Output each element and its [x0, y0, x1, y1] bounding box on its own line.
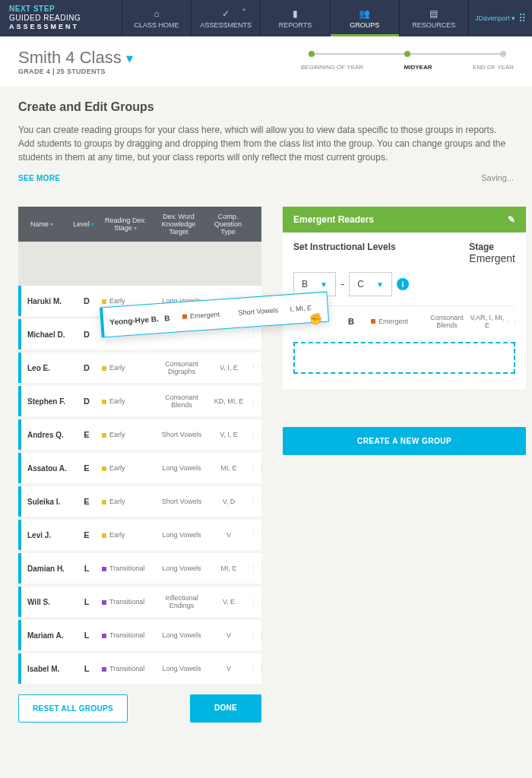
drag-handle-icon[interactable]: ⋮⋮ [505, 318, 515, 325]
see-more-link[interactable]: SEE MORE [18, 174, 60, 182]
grab-cursor-icon: ✊ [309, 312, 322, 325]
class-subtitle: GRADE 4 | 25 STUDENTS [18, 68, 133, 75]
nav-class-home[interactable]: ⌂CLASS HOME [122, 0, 191, 36]
create-group-button[interactable]: CREATE A NEW GROUP [283, 427, 526, 455]
user-menu[interactable]: JDavenport▾ ⠿ [468, 0, 532, 36]
saving-status: Saving... [481, 173, 514, 182]
info-icon[interactable]: i [397, 278, 409, 290]
stage-label: Stage [469, 242, 515, 252]
chevron-down-icon: ▼ [320, 280, 328, 289]
sil-label: Set Instructional Levels [293, 242, 396, 252]
drag-handle-icon[interactable]: ⋮⋮ [249, 330, 261, 340]
drag-handle-icon[interactable]: ⋮⋮ [249, 430, 261, 440]
sort-icon[interactable]: ▾ [134, 225, 137, 232]
student-table-header: Name▾ Level▾ Reading Dev. Stage▾ Dev. Wo… [18, 207, 261, 242]
nav-icon: 👥 [359, 8, 370, 19]
reset-groups-button[interactable]: RESET ALL GROUPS [18, 694, 128, 723]
chevron-down-icon: ▾ [126, 51, 133, 66]
student-row[interactable]: Leo E.DEarlyConsonant DigraphsV, I, E⋮⋮ [18, 353, 261, 383]
drag-handle-icon[interactable]: ⋮⋮ [249, 597, 261, 607]
nav-assessments[interactable]: ✓ASSESSMENTS▲ [191, 0, 260, 36]
apps-grid-icon[interactable]: ⠿ [518, 12, 526, 24]
drag-handle-icon[interactable]: ⋮⋮ [249, 363, 261, 373]
nav-icon: ⌂ [154, 8, 159, 19]
nav-resources[interactable]: ▤RESOURCES [399, 0, 468, 36]
nav-icon: ✓ [222, 8, 230, 19]
level-to-select[interactable]: C▼ [349, 272, 392, 296]
drag-handle-icon[interactable]: ⋮⋮ [249, 397, 261, 406]
app-logo: NEXT STEP GUIDED READING ASSESSMENT [0, 0, 122, 36]
nav-groups[interactable]: 👥GROUPS [330, 0, 399, 36]
student-row[interactable]: Will S.LTransitionalInflectional Endings… [18, 587, 261, 617]
nav-icon: ▤ [429, 8, 438, 19]
badge-icon: ▲ [241, 6, 246, 11]
student-row[interactable]: Levi J.EEarlyLong VowelsV⋮⋮ [18, 520, 261, 550]
student-row[interactable]: Stephen F.DEarlyConsonant BlendsKD, MI, … [18, 386, 261, 416]
student-row[interactable]: Damian H.LTransitionalLong VowelsMI, E⋮⋮ [18, 553, 261, 584]
drag-handle-icon[interactable]: ⋮⋮ [249, 664, 261, 674]
page-title: Create and Edit Groups [18, 100, 514, 114]
group-name: Emergent Readers [293, 214, 374, 225]
sort-icon[interactable]: ▾ [91, 221, 94, 228]
drag-handle-icon[interactable]: ⋮⋮ [249, 564, 261, 574]
student-row[interactable]: Isabel M.LTransitionalLong VowelsV⋮⋮ [18, 653, 261, 684]
drag-handle-icon[interactable]: ⋮⋮ [249, 530, 261, 540]
sort-icon[interactable]: ▾ [50, 221, 53, 228]
chevron-down-icon: ▼ [376, 280, 384, 289]
student-row[interactable]: Mariam A.LTransitionalLong VowelsV⋮⋮ [18, 620, 261, 650]
nav-icon: ▮ [293, 8, 298, 19]
done-button[interactable]: DONE [190, 694, 261, 723]
drag-handle-icon[interactable]: ⋮⋮ [249, 497, 261, 507]
drag-handle-icon[interactable]: ⋮⋮ [249, 463, 261, 473]
nav-reports[interactable]: ▮REPORTS [260, 0, 329, 36]
student-row[interactable]: Andres Q.EEarlyShort VowelsV, I, E⋮⋮ [18, 419, 261, 450]
year-timeline: BEGINNING OF YEAR MIDYEAR END OF YEAR [301, 53, 514, 71]
student-row[interactable]: Suleika I.EEarlyShort VowelsV, D⋮⋮ [18, 486, 261, 517]
class-title[interactable]: Smith 4 Class ▾ [18, 48, 133, 68]
page-intro: You can create reading groups for your c… [18, 123, 514, 164]
student-row[interactable]: Assatou A.EEarlyLong VowelsMI, E⋮⋮ [18, 453, 261, 483]
drag-handle-icon[interactable]: ⋮⋮ [249, 631, 261, 640]
stage-value: Emergent [469, 252, 515, 264]
edit-group-icon[interactable]: ✎ [508, 214, 515, 225]
group-dropzone[interactable] [293, 342, 515, 374]
